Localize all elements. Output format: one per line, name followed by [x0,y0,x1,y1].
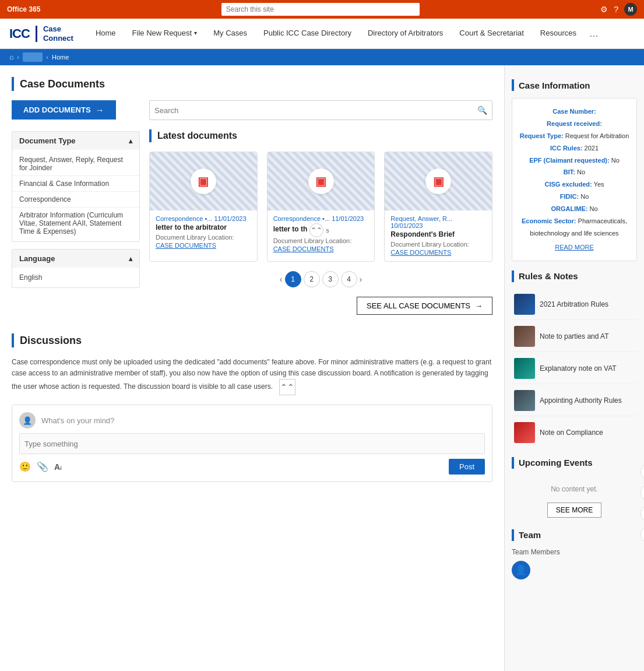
doc-card-img-2: ▣ [268,152,375,210]
language-filter: Language ▴ English [12,249,140,288]
breadcrumb: ⌂ › › Home [0,49,644,65]
rules-item-2[interactable]: Note to parties and AT [512,321,637,352]
rules-item-1[interactable]: 2021 Arbitration Rules [512,289,637,320]
arrow-right-icon: → [96,105,104,115]
rules-item-title-1: 2021 Arbitration Rules [540,300,608,308]
attach-icon[interactable]: 📎 [37,461,48,472]
docs-search-input[interactable] [154,106,477,115]
team-title: Team [519,530,541,540]
doc-card-title-1: letter to the arbitrator [156,223,251,231]
nav-links: Home File New Request ▾ My Cases Public … [87,19,635,49]
rules-item-3[interactable]: Explanatory note on VAT [512,353,637,384]
upcoming-events-title: Upcoming Events [519,458,593,468]
doc-card-3[interactable]: ▣ Request, Answer, R... 10/01/2023 Respo… [384,152,492,262]
case-documents-title: Case Documents [20,78,105,90]
team-avatar[interactable]: 👤 [512,561,530,579]
search-icon: 🔍 [477,106,487,115]
page-1-button[interactable]: 1 [285,271,301,287]
icc-rules-label: ICC Rules: [550,145,583,152]
request-type-label: Request Type: [520,132,564,139]
expand-icon-2[interactable]: ⌃⌃ [309,223,323,237]
latest-bar [149,129,152,142]
emoji-icon[interactable]: 🙂 [19,461,31,472]
font-icon[interactable]: Ai [54,462,62,472]
cisg-label: CISG excluded: [544,181,592,188]
avatar[interactable]: M [624,3,637,16]
add-filter-row: ADD DOCUMENTS → Document Type ▴ Request,… [12,100,492,329]
collapse-discussions-button[interactable]: ⌃⌃ [279,379,295,395]
language-item-english[interactable]: English [12,270,139,285]
pagination: ‹ 1 2 3 4 › [149,271,492,287]
upcoming-search-icon[interactable]: 🔍 [641,463,644,480]
page-3-button[interactable]: 3 [322,271,339,287]
upcoming-events-bar [512,457,514,469]
language-header[interactable]: Language ▴ [12,250,139,268]
read-more-link[interactable]: READ MORE [519,242,629,254]
case-info-card: Case Number: Request received: Request T… [512,98,637,261]
filter-item[interactable]: Request, Answer, Reply, Request for Join… [12,152,139,176]
see-more-button[interactable]: SEE MORE [547,503,601,518]
filter-item[interactable]: Financial & Case Information [12,176,139,192]
page-4-button[interactable]: 4 [341,271,357,287]
doc-cards: ▣ Correspondence •... 11/01/2023 letter … [149,152,492,262]
doc-card-location-link-2[interactable]: CASE DOCUMENTS [273,245,334,252]
page-2-button[interactable]: 2 [304,271,320,287]
pdf-icon-1: ▣ [191,168,216,194]
document-type-header[interactable]: Document Type ▴ [12,132,139,150]
comment-avatar: 👤 [19,412,36,428]
logo: ICC CaseConnect [9,24,73,43]
rules-item-4[interactable]: Appointing Authority Rules [512,385,637,416]
rules-item-5[interactable]: Note on Compliance [512,417,637,448]
upcoming-eye-icon[interactable]: 👁 [641,505,644,522]
rules-notes-section-header: Rules & Notes [512,270,637,282]
doc-card-location-link-1[interactable]: CASE DOCUMENTS [156,242,216,249]
nav-resources[interactable]: Resources [532,19,585,49]
team-section-header: Team [512,529,637,541]
nav-public-icc[interactable]: Public ICC Case Directory [255,19,360,49]
search-input[interactable] [221,3,420,16]
post-button[interactable]: Post [449,459,485,475]
see-all-case-documents-button[interactable]: SEE ALL CASE DOCUMENTS → [357,297,492,315]
request-received-label: Request received: [547,120,602,127]
rules-item-title-2: Note to parties and AT [540,332,609,340]
add-documents-button[interactable]: ADD DOCUMENTS → [12,100,116,120]
filter-item[interactable]: Correspondence [12,192,139,208]
navbar: ICC CaseConnect Home File New Request ▾ … [0,19,644,49]
nav-court-secretariat[interactable]: Court & Secretariat [451,19,532,49]
home-icon[interactable]: ⌂ [9,53,13,61]
nav-my-cases[interactable]: My Cases [205,19,255,49]
gear-icon[interactable]: ⚙ [600,5,608,14]
nav-file-new-request[interactable]: File New Request ▾ [124,19,206,49]
office365-label: Office 365 [7,5,40,13]
discussions-section: Discussions Case correspondence must onl… [12,333,492,482]
rules-list: 2021 Arbitration Rules Note to parties a… [512,289,637,448]
request-type-value: Request for Arbitration [565,132,629,139]
comment-input[interactable] [19,433,485,454]
upcoming-events-container: Upcoming Events 🔍 ☆ 👁 ⚙ No content yet. … [512,457,637,518]
doc-card-2[interactable]: ▣ Correspondence •... 11/01/2023 letter … [267,152,375,262]
doc-card-1[interactable]: ▣ Correspondence •... 11/01/2023 letter … [149,152,258,262]
rules-notes-title: Rules & Notes [519,271,578,281]
nav-more-icon[interactable]: … [585,29,603,39]
doc-card-title-3: Respondent's Brief [390,230,486,238]
see-all-container: SEE ALL CASE DOCUMENTS → [149,297,492,315]
upcoming-star-icon[interactable]: ☆ [641,484,644,501]
prev-page-button[interactable]: ‹ [280,275,283,284]
next-page-button[interactable]: › [360,275,363,284]
filter-item[interactable]: Arbitrator Information (Curriculum Vitae… [12,208,139,239]
filter-sidebar: ADD DOCUMENTS → Document Type ▴ Request,… [12,100,140,329]
whats-on-your-mind: What's on your mind? [41,416,114,425]
nav-directory-arbitrators[interactable]: Directory of Arbitrators [360,19,451,49]
rules-item-title-3: Explanatory note on VAT [540,364,617,373]
latest-title: Latest documents [157,131,237,141]
upcoming-settings-icon[interactable]: ⚙ [641,526,644,543]
rules-item-title-5: Note on Compliance [540,428,603,437]
doc-card-body-2: Correspondence •... 11/01/2023 letter to… [268,210,375,258]
doc-card-body-3: Request, Answer, R... 10/01/2023 Respond… [385,210,492,261]
nav-home[interactable]: Home [87,19,124,49]
help-icon[interactable]: ? [614,5,618,14]
rules-thumb-5 [514,422,535,443]
economic-sector-label: Economic Sector: [522,217,576,224]
doc-card-location-label-1: Document Library Location: [156,234,251,241]
doc-card-location-link-3[interactable]: CASE DOCUMENTS [390,249,451,256]
